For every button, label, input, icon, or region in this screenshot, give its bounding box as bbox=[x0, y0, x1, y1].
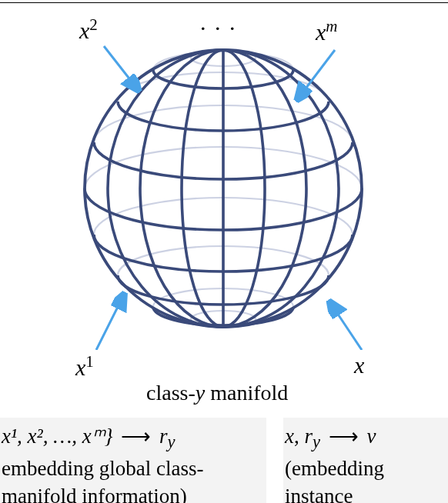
arrow-icon: ⟶ bbox=[326, 425, 362, 448]
arrow-x1 bbox=[96, 296, 123, 350]
box-right-comma: , bbox=[294, 425, 305, 448]
label-x: x bbox=[354, 352, 364, 378]
box-left-lhs: x¹, x², …, xᵐ} bbox=[2, 425, 112, 448]
box-class-embedding: x¹, x², …, xᵐ} ⟶ ry embedding global cla… bbox=[0, 418, 266, 503]
box-left-rhs: r bbox=[159, 425, 168, 448]
box-left-line2: embedding global class- bbox=[2, 455, 263, 482]
figure-canvas: x2 · · · xm x1 x class-y manifold bbox=[0, 0, 448, 503]
arrow-icon: ⟶ bbox=[118, 425, 154, 448]
caption-suffix: manifold bbox=[205, 381, 288, 405]
box-right-r: r bbox=[304, 425, 313, 448]
box-left-line3: manifold information) bbox=[2, 482, 263, 503]
arrow-x2 bbox=[104, 46, 137, 88]
arrow-xm bbox=[299, 50, 335, 98]
label-x1: x1 bbox=[75, 352, 94, 381]
sphere-illustration bbox=[62, 27, 385, 350]
box-right-line2: (embedding instance bbox=[285, 455, 445, 503]
box-right-v: v bbox=[367, 425, 376, 448]
box-instance-embedding: x, ry ⟶ v (embedding instance x, given c… bbox=[283, 418, 448, 503]
box-right-sub: y bbox=[313, 432, 320, 451]
box-left-rhs-sub: y bbox=[167, 432, 175, 451]
equation-boxes: x¹, x², …, xᵐ} ⟶ ry embedding global cla… bbox=[0, 418, 448, 503]
caption-class-y-manifold: class-y manifold bbox=[146, 381, 288, 405]
box-right-x: x bbox=[285, 425, 294, 448]
box-right-line1: x, ry ⟶ v bbox=[285, 422, 445, 455]
caption-var: y bbox=[196, 381, 205, 405]
arrow-x bbox=[331, 304, 362, 350]
top-rule bbox=[0, 2, 448, 3]
box-left-line1: x¹, x², …, xᵐ} ⟶ ry bbox=[2, 422, 263, 455]
caption-prefix: class- bbox=[146, 381, 196, 405]
